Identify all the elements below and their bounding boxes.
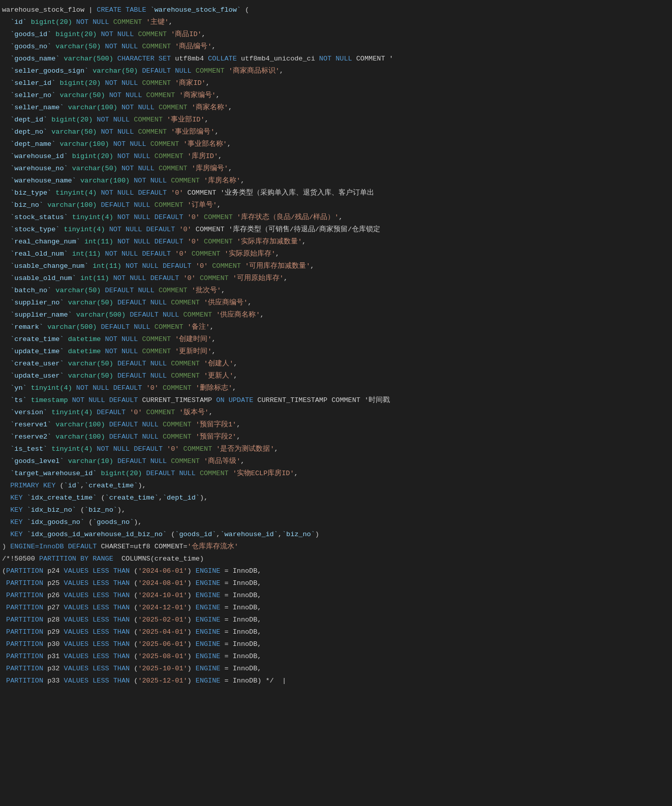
code-line: `biz_no` varchar(100) DEFAULT NULL COMME… bbox=[0, 199, 672, 211]
code-line: `seller_no` varchar(50) NOT NULL COMMENT… bbox=[0, 89, 672, 102]
code-line: `biz_type` tinyint(4) NOT NULL DEFAULT '… bbox=[0, 187, 672, 199]
code-line: `batch_no` varchar(50) DEFAULT NULL COMM… bbox=[0, 285, 672, 297]
code-line: `is_test` tinyint(4) NOT NULL DEFAULT '0… bbox=[0, 443, 672, 455]
code-line: KEY `idx_create_time` (`create_time`,`de… bbox=[0, 492, 672, 504]
code-line: ) ENGINE=InnoDB DEFAULT CHARSET=utf8 COM… bbox=[0, 541, 672, 553]
code-line: `create_user` varchar(50) DEFAULT NULL C… bbox=[0, 358, 672, 370]
code-line: `remark` varchar(500) DEFAULT NULL COMME… bbox=[0, 321, 672, 333]
code-line: KEY `idx_biz_no` (`biz_no`), bbox=[0, 504, 672, 516]
code-line: PRIMARY KEY (`id`,`create_time`), bbox=[0, 480, 672, 492]
code-line: `warehouse_no` varchar(50) NOT NULL COMM… bbox=[0, 163, 672, 175]
code-line: KEY `idx_goods_id_warehouse_id_biz_no` (… bbox=[0, 529, 672, 541]
code-line: PARTITION p29 VALUES LESS THAN ('2025-04… bbox=[0, 626, 672, 638]
code-line: `goods_id` bigint(20) NOT NULL COMMENT '… bbox=[0, 28, 672, 41]
code-line: (PARTITION p24 VALUES LESS THAN ('2024-0… bbox=[0, 565, 672, 577]
code-line: `update_time` datetime NOT NULL COMMENT … bbox=[0, 346, 672, 358]
code-line: `goods_name` varchar(500) CHARACTER SET … bbox=[0, 53, 672, 65]
code-line: `seller_goods_sign` varchar(50) DEFAULT … bbox=[0, 65, 672, 77]
code-line: PARTITION p30 VALUES LESS THAN ('2025-06… bbox=[0, 638, 672, 650]
code-line: PARTITION p33 VALUES LESS THAN ('2025-12… bbox=[0, 675, 672, 687]
code-line: `reserve2` varchar(100) DEFAULT NULL COM… bbox=[0, 431, 672, 443]
code-line: `stock_type` tinyint(4) NOT NULL DEFAULT… bbox=[0, 224, 672, 236]
code-line: PARTITION p32 VALUES LESS THAN ('2025-10… bbox=[0, 663, 672, 675]
code-line: `version` tinyint(4) DEFAULT '0' COMMENT… bbox=[0, 407, 672, 419]
code-line: `yn` tinyint(4) NOT NULL DEFAULT '0' COM… bbox=[0, 382, 672, 394]
code-line: `warehouse_name` varchar(100) NOT NULL C… bbox=[0, 175, 672, 187]
code-line: `seller_name` varchar(100) NOT NULL COMM… bbox=[0, 102, 672, 114]
code-line: `ts` timestamp NOT NULL DEFAULT CURRENT_… bbox=[0, 394, 672, 407]
code-line: PARTITION p25 VALUES LESS THAN ('2024-08… bbox=[0, 577, 672, 590]
code-line: warehouse_stock_flow | CREATE TABLE `war… bbox=[0, 4, 672, 16]
code-line: `id` bigint(20) NOT NULL COMMENT '主键', bbox=[0, 16, 672, 28]
code-line: `supplier_no` varchar(50) DEFAULT NULL C… bbox=[0, 297, 672, 309]
code-line: `stock_status` tinyint(4) NOT NULL DEFAU… bbox=[0, 211, 672, 224]
code-line: `usable_old_num` int(11) NOT NULL DEFAUL… bbox=[0, 272, 672, 285]
code-line: `target_warehouse_id` bigint(20) DEFAULT… bbox=[0, 468, 672, 480]
code-container: warehouse_stock_flow | CREATE TABLE `war… bbox=[0, 0, 672, 691]
code-line: PARTITION p28 VALUES LESS THAN ('2025-02… bbox=[0, 614, 672, 626]
code-line: PARTITION p31 VALUES LESS THAN ('2025-08… bbox=[0, 650, 672, 663]
code-line: `goods_no` varchar(50) NOT NULL COMMENT … bbox=[0, 41, 672, 53]
code-line: `dept_name` varchar(100) NOT NULL COMMEN… bbox=[0, 138, 672, 150]
code-line: `supplier_name` varchar(500) DEFAULT NUL… bbox=[0, 309, 672, 321]
code-line: `goods_level` varchar(10) DEFAULT NULL C… bbox=[0, 455, 672, 468]
code-line: KEY `idx_goods_no` (`goods_no`), bbox=[0, 516, 672, 529]
code-line: `dept_id` bigint(20) NOT NULL COMMENT '事… bbox=[0, 114, 672, 126]
code-line: /*!50500 PARTITION BY RANGE COLUMNS(crea… bbox=[0, 553, 672, 565]
code-line: `dept_no` varchar(50) NOT NULL COMMENT '… bbox=[0, 126, 672, 138]
code-line: `real_change_num` int(11) NOT NULL DEFAU… bbox=[0, 236, 672, 248]
code-line: `reserve1` varchar(100) DEFAULT NULL COM… bbox=[0, 419, 672, 431]
code-line: `update_user` varchar(50) DEFAULT NULL C… bbox=[0, 370, 672, 382]
code-line: `real_old_num` int(11) NOT NULL DEFAULT … bbox=[0, 248, 672, 260]
code-line: `warehouse_id` bigint(20) NOT NULL COMME… bbox=[0, 150, 672, 163]
code-line: `usable_change_num` int(11) NOT NULL DEF… bbox=[0, 260, 672, 272]
code-line: PARTITION p27 VALUES LESS THAN ('2024-12… bbox=[0, 602, 672, 614]
code-line: `create_time` datetime NOT NULL COMMENT … bbox=[0, 333, 672, 346]
code-line: `seller_id` bigint(20) NOT NULL COMMENT … bbox=[0, 77, 672, 89]
code-line: PARTITION p26 VALUES LESS THAN ('2024-10… bbox=[0, 590, 672, 602]
